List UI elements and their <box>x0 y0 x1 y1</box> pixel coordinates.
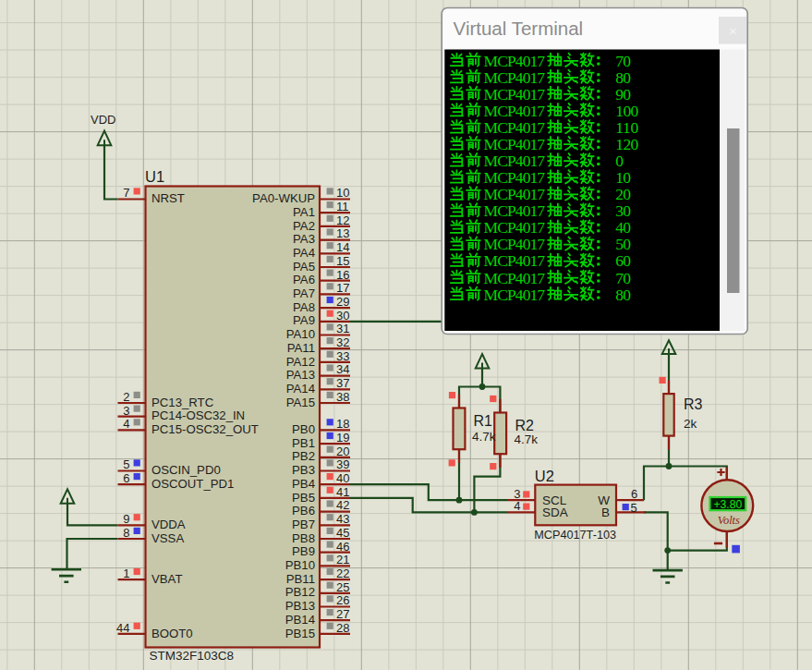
svg-text:PA14: PA14 <box>286 382 315 396</box>
svg-text:MCP4017T-103: MCP4017T-103 <box>534 529 616 542</box>
svg-text:PA12: PA12 <box>286 355 315 369</box>
svg-text:R1: R1 <box>474 413 493 429</box>
svg-text:PB10: PB10 <box>285 558 315 572</box>
svg-text:STM32F103C8: STM32F103C8 <box>150 649 235 663</box>
svg-text:38: 38 <box>336 390 349 404</box>
svg-text:2k: 2k <box>684 417 697 431</box>
svg-text:70: 70 <box>615 52 631 70</box>
svg-text:MCP4017: MCP4017 <box>484 168 546 187</box>
svg-text:PA15: PA15 <box>286 396 315 409</box>
svg-text:PB9: PB9 <box>292 544 315 558</box>
svg-text:60: 60 <box>615 251 631 270</box>
svg-text:MCP4017: MCP4017 <box>484 251 546 270</box>
svg-text:MCP4017: MCP4017 <box>484 185 546 203</box>
svg-text:70: 70 <box>615 269 631 287</box>
svg-text:PB2: PB2 <box>292 449 315 463</box>
svg-text:SDA: SDA <box>542 506 568 519</box>
svg-text:110: 110 <box>615 118 638 137</box>
svg-text:VBAT: VBAT <box>151 572 182 586</box>
svg-text:NRST: NRST <box>151 191 185 205</box>
svg-text:PA0-WKUP: PA0-WKUP <box>252 191 315 205</box>
svg-text:29: 29 <box>336 295 349 309</box>
svg-text:PB3: PB3 <box>292 463 315 477</box>
svg-text:50: 50 <box>615 235 631 253</box>
svg-text:PB8: PB8 <box>292 531 315 545</box>
svg-text:Volts: Volts <box>718 514 740 527</box>
svg-text:PB11: PB11 <box>286 572 315 586</box>
svg-text:18: 18 <box>336 417 349 431</box>
svg-text:PC13_RTC: PC13_RTC <box>151 396 214 409</box>
svg-text:10: 10 <box>615 168 631 187</box>
svg-text:5: 5 <box>630 501 636 515</box>
svg-text:19: 19 <box>336 431 349 445</box>
svg-text:2: 2 <box>123 390 129 404</box>
svg-text:PB0: PB0 <box>292 422 315 436</box>
svg-text:13: 13 <box>336 226 349 240</box>
svg-text:U1: U1 <box>145 168 164 185</box>
svg-text:10: 10 <box>336 186 349 200</box>
svg-text:46: 46 <box>336 540 349 554</box>
svg-text:17: 17 <box>336 281 349 295</box>
svg-text:PB6: PB6 <box>292 504 315 518</box>
svg-text:U2: U2 <box>535 468 554 484</box>
svg-text:21: 21 <box>336 553 349 566</box>
svg-text:26: 26 <box>336 593 349 607</box>
svg-text:14: 14 <box>336 240 349 254</box>
svg-text:4.7k: 4.7k <box>515 432 539 446</box>
svg-text:39: 39 <box>336 457 349 471</box>
svg-text:1: 1 <box>123 566 129 580</box>
svg-text:40: 40 <box>615 218 631 237</box>
svg-text:PA9: PA9 <box>293 313 315 327</box>
svg-text:PA5: PA5 <box>293 260 315 274</box>
svg-text:0: 0 <box>615 152 624 170</box>
svg-text:41: 41 <box>336 485 349 499</box>
svg-text:MCP4017: MCP4017 <box>484 85 546 104</box>
svg-text:MCP4017: MCP4017 <box>484 135 546 153</box>
svg-text:PA8: PA8 <box>293 300 315 314</box>
svg-text:42: 42 <box>336 498 349 512</box>
svg-text:33: 33 <box>336 349 349 363</box>
svg-text:PB7: PB7 <box>292 518 315 531</box>
svg-text:MCP4017: MCP4017 <box>484 218 546 237</box>
svg-text:37: 37 <box>336 376 349 390</box>
svg-text:90: 90 <box>615 85 631 104</box>
svg-text:MCP4017: MCP4017 <box>484 52 546 70</box>
svg-text:45: 45 <box>336 526 349 540</box>
svg-text:B: B <box>601 506 610 519</box>
svg-text:MCP4017: MCP4017 <box>484 68 546 87</box>
svg-text:7: 7 <box>123 186 129 200</box>
svg-text:3: 3 <box>123 404 129 418</box>
svg-text:PA10: PA10 <box>286 327 315 341</box>
svg-text:PC14-OSC32_IN: PC14-OSC32_IN <box>151 408 245 422</box>
svg-text:PC15-OSC32_OUT: PC15-OSC32_OUT <box>151 422 259 436</box>
svg-text:100: 100 <box>615 102 638 120</box>
svg-text:34: 34 <box>336 362 349 376</box>
svg-text:32: 32 <box>336 335 349 349</box>
svg-text:MCP4017: MCP4017 <box>484 201 546 220</box>
svg-text:12: 12 <box>336 213 349 227</box>
svg-text:PB12: PB12 <box>285 585 315 599</box>
svg-text:30: 30 <box>336 309 349 323</box>
svg-text:VDD: VDD <box>91 113 115 127</box>
svg-text:MCP4017: MCP4017 <box>484 235 546 253</box>
svg-text:PB4: PB4 <box>292 477 315 491</box>
svg-text:25: 25 <box>336 580 349 594</box>
svg-text:+3.80: +3.80 <box>713 498 742 511</box>
svg-text:8: 8 <box>123 526 129 540</box>
svg-text:BOOT0: BOOT0 <box>151 627 193 640</box>
svg-text:MCP4017: MCP4017 <box>484 102 546 120</box>
svg-text:PA3: PA3 <box>293 232 315 246</box>
svg-text:PB13: PB13 <box>285 599 315 613</box>
svg-text:27: 27 <box>336 607 349 621</box>
svg-text:6: 6 <box>631 487 637 501</box>
svg-text:OSCIN_PD0: OSCIN_PD0 <box>151 463 221 477</box>
svg-text:Virtual Terminal: Virtual Terminal <box>454 18 584 39</box>
svg-text:VDDA: VDDA <box>151 518 186 531</box>
svg-text:×: × <box>729 23 737 39</box>
svg-text:80: 80 <box>615 68 631 87</box>
svg-text:OSCOUT_PD1: OSCOUT_PD1 <box>151 477 234 491</box>
svg-text:22: 22 <box>336 566 349 580</box>
svg-text:4: 4 <box>514 499 520 513</box>
svg-text:MCP4017: MCP4017 <box>484 269 546 287</box>
svg-text:28: 28 <box>336 621 349 635</box>
